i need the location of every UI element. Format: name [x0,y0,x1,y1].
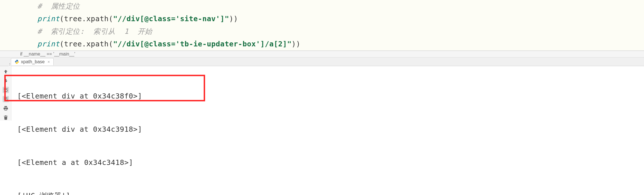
code-text: )) [229,15,238,23]
scroll-up-button[interactable] [3,68,9,75]
string-literal: "//div[@class='tb-ie-updater-box']/a[2]" [113,40,291,48]
code-text: (tree.xpath( [60,40,113,48]
console-output[interactable]: [<Element div at 0x34c38f0>] [<Element d… [11,66,644,195]
code-editor[interactable]: # 属性定位 print(tree.xpath("//div[@class='s… [0,0,644,51]
print-call: print [37,15,60,23]
console-tabs: : xpath_base × [0,58,644,66]
output-line: [<Element div at 0x34c3918>] [17,124,644,135]
scroll-to-end-button[interactable] [3,96,9,102]
delete-button[interactable] [3,114,9,121]
breadcrumb[interactable]: if __name__ == '__main__' [0,51,644,58]
code-text: )) [291,40,300,48]
output-line: ['UC 浏览器'] [17,190,644,195]
tab-label: xpath_base [21,59,45,64]
output-line: [<Element a at 0x34c3418>] [17,157,644,168]
python-icon [15,60,19,64]
code-comment: # 索引定位: 索引从 1 开始 [37,27,152,36]
tab-marker: : [9,58,11,66]
code-comment: # 属性定位 [37,2,80,10]
print-call: print [37,40,60,48]
string-literal: "//div[@class='site-nav']" [113,15,229,23]
code-text: (tree.xpath( [60,15,113,23]
console-panel: [<Element div at 0x34c38f0>] [<Element d… [0,66,644,195]
tab-xpath-base[interactable]: xpath_base × [11,58,54,65]
print-button[interactable] [3,105,9,111]
output-line: [<Element div at 0x34c38f0>] [17,91,644,102]
close-icon[interactable]: × [48,60,50,64]
scroll-down-button[interactable] [3,78,9,84]
console-gutter [0,66,11,121]
soft-wrap-button[interactable] [3,87,9,93]
breadcrumb-text: if __name__ == '__main__' [20,52,75,56]
